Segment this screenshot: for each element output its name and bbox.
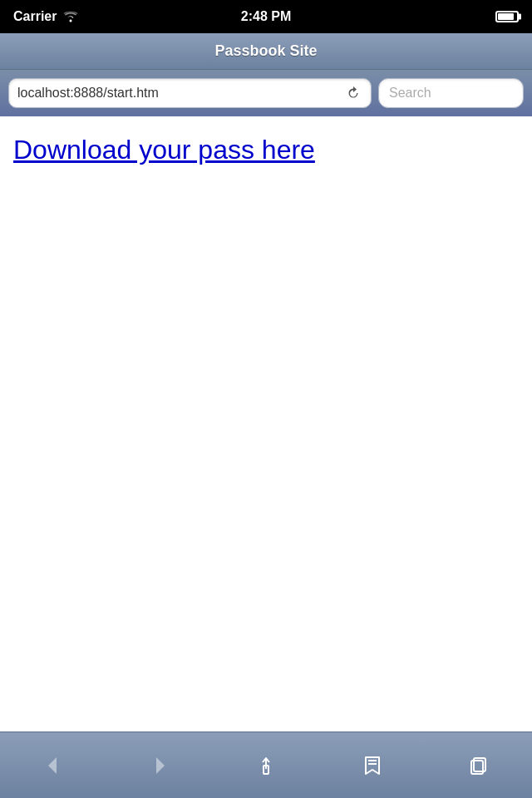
svg-marker-0 [48,757,57,774]
back-button[interactable] [32,745,74,786]
status-right [495,11,519,22]
carrier-label: Carrier [13,9,57,24]
status-left: Carrier [13,9,78,24]
reload-button[interactable] [344,84,362,102]
search-placeholder: Search [389,86,431,101]
main-content: Download your pass here [0,116,532,732]
search-field[interactable]: Search [378,78,524,108]
wifi-icon [63,11,78,22]
download-link[interactable]: Download your pass here [13,135,315,165]
status-time: 2:48 PM [241,9,291,24]
bottom-toolbar [0,732,532,798]
nav-title: Passbook Site [214,42,317,60]
url-field[interactable]: localhost:8888/start.htm [8,78,372,108]
status-bar: Carrier 2:48 PM [0,0,532,33]
share-button[interactable] [245,745,287,786]
battery-icon [495,11,519,22]
tabs-button[interactable] [458,745,500,786]
nav-bar: Passbook Site [0,33,532,70]
forward-button[interactable] [139,745,180,786]
address-bar: localhost:8888/start.htm Search [0,70,532,116]
bookmarks-button[interactable] [352,745,393,786]
url-text: localhost:8888/start.htm [17,86,339,101]
svg-marker-1 [156,757,165,774]
